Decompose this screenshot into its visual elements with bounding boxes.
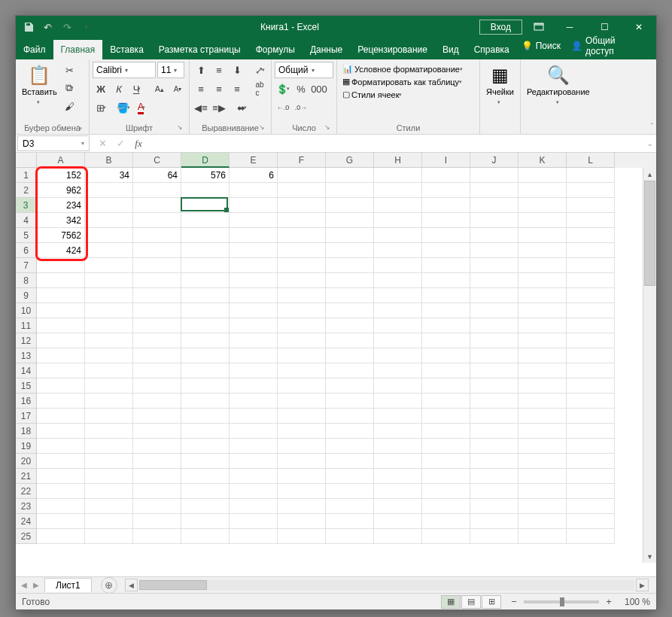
cell-F10[interactable] [278,303,326,318]
cell-B1[interactable]: 34 [85,168,133,183]
tab-insert[interactable]: Вставка [102,40,151,59]
cell-G8[interactable] [326,273,374,288]
cell-B7[interactable] [85,258,133,273]
row-header-12[interactable]: 12 [16,333,37,348]
cell-A8[interactable] [37,273,85,288]
cell-C15[interactable] [133,378,181,394]
cell-F14[interactable] [278,363,326,378]
cell-L16[interactable] [567,394,615,409]
cell-A20[interactable] [37,454,85,469]
borders-button[interactable]: ⊞▾ [93,99,109,116]
cell-B6[interactable] [85,243,133,258]
col-header-J[interactable]: J [470,153,518,168]
tab-pagelayout[interactable]: Разметка страницы [151,40,248,59]
cells-button[interactable]: ▦ Ячейки▾ [483,62,517,107]
cell-H7[interactable] [374,258,422,273]
cell-L9[interactable] [567,288,615,303]
cell-B11[interactable] [85,318,133,333]
cell-E2[interactable] [230,183,278,198]
cell-J4[interactable] [470,213,518,228]
cell-E21[interactable] [230,469,278,484]
underline-button[interactable]: Ч▾ [129,81,145,97]
cell-D1[interactable]: 576 [181,168,230,183]
cell-D5[interactable] [181,228,230,243]
cell-I24[interactable] [422,514,470,529]
cell-G7[interactable] [326,258,374,273]
sheet-tab[interactable]: Лист1 [44,578,92,592]
cell-I8[interactable] [422,273,470,288]
cell-K17[interactable] [518,409,567,424]
zoom-level[interactable]: 100 % [619,597,650,607]
cell-E16[interactable] [230,394,278,409]
editing-button[interactable]: 🔍 Редактирование▾ [524,62,593,107]
row-header-4[interactable]: 4 [16,213,37,228]
cell-I22[interactable] [422,484,470,499]
cell-D25[interactable] [181,529,230,544]
cell-K19[interactable] [518,439,567,454]
cell-G23[interactable] [326,499,374,514]
col-header-B[interactable]: B [85,153,133,168]
cell-L2[interactable] [567,183,615,198]
format-as-table-button[interactable]: ▦ Форматировать как таблицу ▾ [342,76,463,87]
cell-C8[interactable] [133,273,181,288]
cell-A24[interactable] [37,514,85,529]
view-normal-button[interactable]: ▦ [441,595,461,609]
increase-indent-button[interactable]: ≡▶ [211,99,227,116]
cell-J17[interactable] [470,409,518,424]
cell-A7[interactable] [37,258,85,273]
cell-C10[interactable] [133,303,181,318]
cell-G12[interactable] [326,333,374,348]
italic-button[interactable]: К [111,81,127,97]
cell-I25[interactable] [422,529,470,544]
row-header-20[interactable]: 20 [16,454,37,469]
cell-E6[interactable] [230,243,278,258]
cell-D21[interactable] [181,469,230,484]
cell-D23[interactable] [181,499,230,514]
cell-B9[interactable] [85,288,133,303]
view-pagelayout-button[interactable]: ▤ [461,595,481,609]
cell-H23[interactable] [374,499,422,514]
zoom-out-button[interactable]: − [509,596,519,607]
cell-K24[interactable] [518,514,567,529]
cell-K10[interactable] [518,303,567,318]
cell-G25[interactable] [326,529,374,544]
row-header-25[interactable]: 25 [16,529,37,544]
formula-input[interactable] [151,135,644,151]
cell-A19[interactable] [37,439,85,454]
cell-F2[interactable] [278,183,326,198]
cell-A16[interactable] [37,394,85,409]
cell-C20[interactable] [133,454,181,469]
cell-I13[interactable] [422,348,470,363]
insert-function-button[interactable]: fx [132,138,145,150]
cell-L25[interactable] [567,529,615,544]
align-center-button[interactable]: ≡ [211,81,227,97]
tab-home[interactable]: Главная [53,40,103,59]
cell-J16[interactable] [470,394,518,409]
cell-J23[interactable] [470,499,518,514]
cell-J2[interactable] [470,183,518,198]
cell-J9[interactable] [470,288,518,303]
cell-B8[interactable] [85,273,133,288]
collapse-ribbon-icon[interactable]: ˆ [651,123,653,131]
cell-K13[interactable] [518,348,567,363]
cell-G10[interactable] [326,303,374,318]
cell-K4[interactable] [518,213,567,228]
cell-I11[interactable] [422,318,470,333]
cell-D13[interactable] [181,348,230,363]
cell-A18[interactable] [37,424,85,439]
cell-G17[interactable] [326,409,374,424]
clipboard-launcher-icon[interactable]: ↘ [75,123,84,132]
font-name-combo[interactable]: Calibri▾ [93,62,156,78]
col-header-C[interactable]: C [133,153,181,168]
cell-C18[interactable] [133,424,181,439]
cell-B21[interactable] [85,469,133,484]
row-header-7[interactable]: 7 [16,258,37,273]
cell-I23[interactable] [422,499,470,514]
cell-E1[interactable]: 6 [230,168,278,183]
cell-B24[interactable] [85,514,133,529]
cell-F16[interactable] [278,394,326,409]
font-launcher-icon[interactable]: ↘ [175,123,184,132]
scroll-down-button[interactable]: ▼ [643,550,656,563]
col-header-H[interactable]: H [374,153,422,168]
cell-K6[interactable] [518,243,567,258]
